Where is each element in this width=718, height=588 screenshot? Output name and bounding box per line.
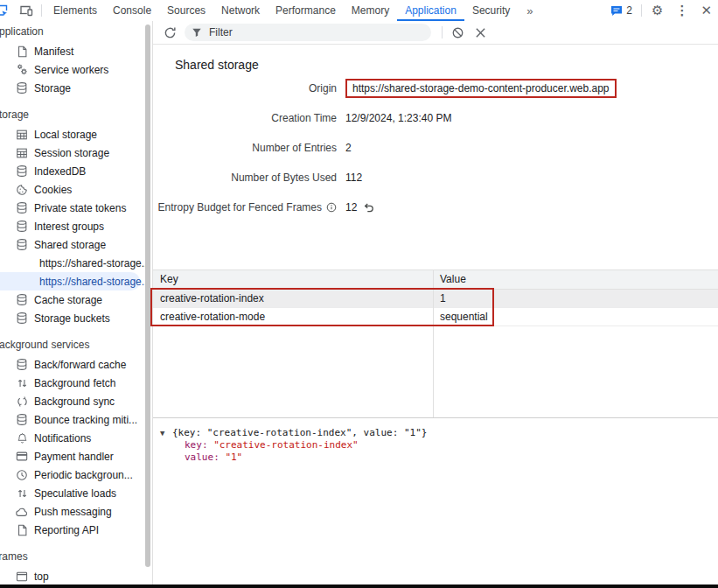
column-divider[interactable] bbox=[433, 270, 434, 418]
sidebar-item-background-sync[interactable]: Background sync bbox=[0, 392, 152, 410]
issues-icon bbox=[610, 5, 623, 17]
tab-application[interactable]: Application bbox=[397, 0, 464, 21]
block-icon[interactable] bbox=[451, 26, 464, 39]
close-icon[interactable]: ✕ bbox=[694, 0, 718, 21]
sidebar-item-label: Shared storage bbox=[34, 239, 106, 251]
sidebar-item-interest-groups[interactable]: Interest groups bbox=[0, 217, 152, 235]
metadata-row-origin: Originhttps://shared-storage-demo-conten… bbox=[153, 74, 718, 103]
tab-sources[interactable]: Sources bbox=[159, 0, 213, 21]
database-icon bbox=[15, 164, 29, 178]
tabbar-right-actions: 2 ⚙ ⋮ ✕ bbox=[605, 0, 718, 21]
column-header-value[interactable]: Value bbox=[433, 270, 718, 289]
devtools-window: ElementsConsoleSourcesNetworkPerformance… bbox=[0, 0, 718, 588]
sidebar-item-back-forward-cache[interactable]: Back/forward cache bbox=[0, 355, 152, 374]
column-header-key[interactable]: Key bbox=[153, 270, 433, 289]
property-colon: : bbox=[213, 452, 225, 463]
payment-card-icon bbox=[15, 450, 29, 464]
sidebar-item-top[interactable]: top bbox=[0, 567, 152, 585]
sidebar-item-session-storage[interactable]: Session storage bbox=[0, 144, 152, 162]
metadata-label: Creation Time bbox=[271, 112, 337, 124]
sidebar-item-push-messaging[interactable]: Push messaging bbox=[0, 502, 152, 521]
expand-caret-icon[interactable]: ▾ bbox=[0, 239, 4, 248]
metadata-report: Originhttps://shared-storage-demo-conten… bbox=[153, 74, 718, 222]
sidebar-item-label: Session storage bbox=[34, 147, 109, 159]
table-row[interactable]: creative-rotation-modesequential bbox=[153, 308, 718, 326]
divider bbox=[41, 4, 42, 17]
sidebar-item-speculative-loads[interactable]: Speculative loads bbox=[0, 484, 152, 502]
database-icon bbox=[15, 293, 29, 307]
database-icon bbox=[15, 220, 29, 234]
device-toolbar-icon[interactable] bbox=[15, 0, 38, 21]
tab-elements[interactable]: Elements bbox=[45, 0, 105, 21]
table-rows: creative-rotation-index1creative-rotatio… bbox=[153, 290, 718, 326]
sidebar-item-cache-storage[interactable]: Cache storage bbox=[0, 290, 152, 309]
sync-icon bbox=[15, 395, 29, 409]
sidebar-item-reporting-api[interactable]: Reporting API bbox=[0, 521, 152, 539]
expand-caret-icon[interactable]: ▼ bbox=[160, 427, 172, 439]
refresh-icon[interactable] bbox=[164, 26, 177, 39]
sidebar-item-label: Service workers bbox=[34, 64, 108, 76]
cell-value: sequential bbox=[433, 308, 718, 326]
clear-icon[interactable] bbox=[475, 27, 486, 38]
bottom-edge-bar bbox=[0, 584, 718, 588]
database-icon bbox=[15, 358, 29, 372]
property-name: value bbox=[185, 452, 213, 463]
sidebar-item-label: Speculative loads bbox=[34, 487, 116, 500]
sidebar-item-label: Periodic backgroun... bbox=[34, 469, 133, 481]
sidebar-item-label: Notifications bbox=[34, 432, 91, 444]
property-value: "creative-rotation-index" bbox=[213, 439, 359, 451]
settings-gear-icon[interactable]: ⚙ bbox=[645, 0, 669, 21]
tab-security[interactable]: Security bbox=[464, 0, 518, 21]
database-icon bbox=[15, 201, 29, 215]
sidebar-item-label: https://shared-storage... bbox=[39, 276, 150, 288]
tab-memory[interactable]: Memory bbox=[344, 0, 397, 21]
sidebar-item-background-fetch[interactable]: Background fetch bbox=[0, 374, 152, 392]
metadata-row-entropy-budget-for-fenced-frames: Entropy Budget for Fenced Frames12 bbox=[153, 192, 718, 222]
sidebar-item-private-state-tokens[interactable]: Private state tokens bbox=[0, 199, 152, 217]
sidebar-item-https-shared-storage[interactable]: https://shared-storage... bbox=[0, 254, 152, 272]
sidebar-scrollbar[interactable] bbox=[145, 24, 150, 567]
sidebar-item-indexeddb[interactable]: IndexedDB bbox=[0, 162, 152, 180]
object-property: key: "creative-rotation-index" bbox=[160, 439, 718, 452]
sidebar-item-label: Storage bbox=[34, 82, 71, 94]
sidebar-item-service-workers[interactable]: Service workers bbox=[0, 60, 152, 79]
tab-console[interactable]: Console bbox=[105, 0, 159, 21]
inspect-icon[interactable] bbox=[0, 0, 10, 21]
sidebar-item-payment-handler[interactable]: Payment handler bbox=[0, 447, 152, 466]
tab-performance[interactable]: Performance bbox=[268, 0, 344, 21]
database-icon bbox=[15, 81, 29, 95]
funnel-icon bbox=[192, 27, 202, 38]
sidebar-item-https-shared-storage[interactable]: https://shared-storage... bbox=[0, 272, 140, 290]
issues-button[interactable]: 2 bbox=[605, 4, 638, 17]
sidebar-item-notifications[interactable]: Notifications bbox=[0, 429, 152, 447]
reset-budget-icon[interactable] bbox=[363, 202, 374, 213]
table-row[interactable]: creative-rotation-index1 bbox=[153, 290, 718, 308]
sidebar-item-storage[interactable]: Storage bbox=[0, 79, 152, 97]
up-down-arrows-icon bbox=[15, 486, 29, 500]
metadata-label: Number of Bytes Used bbox=[231, 172, 337, 184]
info-icon[interactable] bbox=[326, 202, 337, 213]
metadata-value: 12/9/2024, 1:23:40 PM bbox=[345, 112, 451, 124]
sidebar-item-label: Storage buckets bbox=[34, 312, 110, 325]
entry-preview: ▼ {key: "creative-rotation-index", value… bbox=[153, 418, 718, 584]
filter-input[interactable] bbox=[207, 25, 424, 39]
sidebar-item-shared-storage[interactable]: ▾Shared storage bbox=[0, 235, 152, 254]
sidebar-item-storage-buckets[interactable]: Storage buckets bbox=[0, 309, 152, 327]
more-tabs-button[interactable]: » bbox=[518, 4, 541, 18]
object-property: value: "1" bbox=[160, 452, 718, 464]
cookie-icon bbox=[15, 183, 29, 197]
sidebar-item-manifest[interactable]: Manifest bbox=[0, 42, 152, 60]
sidebar-item-cookies[interactable]: Cookies bbox=[0, 180, 152, 199]
sidebar-item-local-storage[interactable]: Local storage bbox=[0, 125, 152, 144]
metadata-value: 2 bbox=[345, 142, 352, 154]
sidebar-item-label: Push messaging bbox=[34, 506, 112, 518]
sidebar-item-label: Reporting API bbox=[34, 524, 99, 536]
sidebar-item-label: top bbox=[34, 570, 49, 583]
sidebar-item-periodic-backgroun[interactable]: Periodic backgroun... bbox=[0, 466, 152, 484]
sidebar-section-background-services: Background services bbox=[0, 338, 152, 352]
kebab-menu-icon[interactable]: ⋮ bbox=[669, 0, 694, 21]
sidebar-item-bounce-tracking-miti[interactable]: Bounce tracking miti... bbox=[0, 410, 152, 429]
sidebar-item-label: IndexedDB bbox=[34, 165, 86, 178]
property-value: "1" bbox=[225, 452, 242, 463]
tab-network[interactable]: Network bbox=[213, 0, 268, 21]
